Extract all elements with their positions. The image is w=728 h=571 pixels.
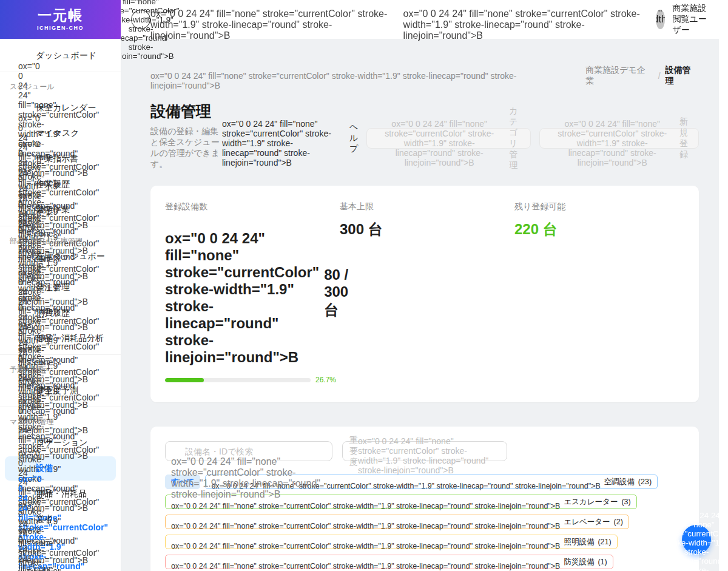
floating-help-button[interactable]: ox="0 0 24 24" fill="none" stroke="curre… xyxy=(682,525,711,554)
filter-chip-照明設備[interactable]: ox="0 0 24 24" fill="none" stroke="curre… xyxy=(165,535,618,549)
app-logo-subtitle: ICHIGEN-CHO xyxy=(37,25,84,31)
chip-count: (3) xyxy=(621,498,630,506)
breadcrumb-company[interactable]: 商業施設デモ企業 xyxy=(585,65,653,87)
sidebar-item-label: 保全カレンダー xyxy=(36,103,96,113)
importance-select-placeholder: 重要度 xyxy=(349,435,358,468)
check-square-icon: ox="0 0 24 24" fill="none" stroke="curre… xyxy=(18,129,29,139)
sidebar-item-label: 消費履歴 xyxy=(36,308,70,319)
grid-icon: ox="0 0 24 24" fill="none" stroke="curre… xyxy=(18,489,29,499)
sidebar: 一元帳 ICHIGEN-CHO ox="0 0 24 24" fill="non… xyxy=(0,0,121,571)
breadcrumb-separator: / xyxy=(658,71,661,81)
sidebar-section: ox="0 0 24 24" fill="none" stroke="curre… xyxy=(0,39,121,68)
stat-limit: 基本上限 300 台 xyxy=(340,201,514,384)
bulb-icon: ox="0 0 24 24" fill="none" stroke="curre… xyxy=(171,533,560,550)
clock-icon: ox="0 0 24 24" fill="none" stroke="curre… xyxy=(18,308,29,319)
user-icon: ox="0 0 24 24" fill="none" stroke="curre… xyxy=(656,10,665,29)
stat-registered-label: 登録設備数 xyxy=(165,201,340,212)
plus-icon: ox="0 0 24 24" fill="none" stroke="curre… xyxy=(550,109,675,167)
line-chart-icon: ox="0 0 24 24" fill="none" stroke="curre… xyxy=(18,334,29,344)
sidebar-item-label: 発注管理 xyxy=(36,282,70,293)
chip-count: (23) xyxy=(638,478,652,486)
app-logo: 一元帳 ICHIGEN-CHO xyxy=(0,0,121,39)
page-subtitle: 設備の登録・編集と保全スケジュールの管理ができます。 xyxy=(150,126,222,170)
topbar: ox="0 0 24 24" fill="none" stroke="curre… xyxy=(121,0,728,39)
elevator-icon: ox="0 0 24 24" fill="none" stroke="curre… xyxy=(171,513,560,530)
stat-remaining: 残り登録可能 220 台 xyxy=(514,201,684,384)
registered-progress-bar xyxy=(165,378,311,382)
registered-progress-label: 26.7% xyxy=(315,376,336,384)
bar-chart-icon: ox="0 0 24 24" fill="none" stroke="curre… xyxy=(18,257,29,268)
sidebar-item-ダッシュボード[interactable]: ox="0 0 24 24" fill="none" stroke="curre… xyxy=(5,44,116,68)
sidebar-item-label: 業者 xyxy=(36,514,53,525)
map-pin-icon: ox="0 0 24 24" fill="none" stroke="curre… xyxy=(18,438,29,448)
sidebar-item-label: マイタスク xyxy=(36,128,79,139)
user-name[interactable]: 商業施設閲覧ユーザー xyxy=(672,3,713,36)
main-content: ox="0 0 24 24" fill="none" stroke="curre… xyxy=(121,39,719,571)
stat-limit-value: 300 台 xyxy=(340,220,383,239)
page-scrollbar[interactable] xyxy=(719,39,728,571)
category-manage-button[interactable]: ox="0 0 24 24" fill="none" stroke="curre… xyxy=(366,128,531,149)
app-logo-title: 一元帳 xyxy=(38,8,83,23)
help-link[interactable]: ox="0 0 24 24" fill="none" stroke="curre… xyxy=(222,109,358,167)
users-icon: ox="0 0 24 24" fill="none" stroke="curre… xyxy=(18,515,29,525)
sidebar-item-label: ダッシュボード xyxy=(36,50,96,61)
breadcrumb-current: 設備管理 xyxy=(666,65,699,87)
sidebar-item-label: 作業指示書 xyxy=(36,154,78,164)
sidebar-section: 部品・消耗品在庫管理ox="0 0 24 24" fill="none" str… xyxy=(0,226,121,351)
notifications-bell-icon[interactable]: ox="0 0 24 24" fill="none" stroke="curre… xyxy=(150,0,390,41)
equipment-stats-card: 登録設備数 ox="0 0 24 24" fill="none" stroke=… xyxy=(150,186,699,402)
filter-chip-エレベーター[interactable]: ox="0 0 24 24" fill="none" stroke="curre… xyxy=(165,515,629,529)
clock-icon: ox="0 0 24 24" fill="none" stroke="curre… xyxy=(18,180,29,190)
sidebar-item-label: ロケーション xyxy=(36,438,88,448)
importance-select[interactable]: 重要度 ox="0 0 24 24" fill="none" stroke="c… xyxy=(342,441,507,461)
sidebar-collapse-button[interactable]: ox="0 0 24 24" fill="none" stroke="curre… xyxy=(131,10,150,29)
new-register-label: 新規登録 xyxy=(679,117,689,160)
sidebar-item-label: 健全度予測 xyxy=(36,385,78,396)
breadcrumb: ox="0 0 24 24" fill="none" stroke="curre… xyxy=(150,61,699,90)
sidebar-item-label: 在庫ダッシュボード xyxy=(36,251,111,273)
category-manage-label: カテゴリ管理 xyxy=(506,106,521,171)
help-link-label: ヘルプ xyxy=(349,122,358,155)
sidebar-item-label: 設備 xyxy=(36,463,53,474)
equipment-grid-icon: ox="0 0 24 24" fill="none" stroke="curre… xyxy=(165,220,319,366)
file-text-icon: ox="0 0 24 24" fill="none" stroke="curre… xyxy=(18,154,29,164)
chevron-down-icon: ox="0 0 24 24" fill="none" stroke="curre… xyxy=(358,428,500,475)
chip-count: (1) xyxy=(598,558,607,566)
sidebar-nav: ox="0 0 24 24" fill="none" stroke="curre… xyxy=(0,39,121,532)
stat-remaining-value: 220 台 xyxy=(514,220,558,239)
question-circle-icon: ox="0 0 24 24" fill="none" stroke="curre… xyxy=(222,109,346,167)
siren-icon: ox="0 0 24 24" fill="none" stroke="curre… xyxy=(18,205,29,215)
stat-limit-label: 基本上限 xyxy=(340,201,514,212)
sidebar-item-label: 部品・消耗品 xyxy=(36,488,87,499)
gear-icon: ox="0 0 24 24" fill="none" stroke="curre… xyxy=(377,109,502,167)
filter-card: ox="0 0 24 24" fill="none" stroke="curre… xyxy=(150,427,699,571)
filter-chip-防災設備[interactable]: ox="0 0 24 24" fill="none" stroke="curre… xyxy=(165,555,613,569)
bar-chart-icon: ox="0 0 24 24" fill="none" stroke="curre… xyxy=(18,386,29,396)
search-icon: ox="0 0 24 24" fill="none" stroke="curre… xyxy=(171,446,332,500)
question-circle-icon: ox="0 0 24 24" fill="none" stroke="curre… xyxy=(658,495,728,571)
sidebar-item-label: 緊急作業 xyxy=(36,204,70,215)
stat-registered: 登録設備数 ox="0 0 24 24" fill="none" stroke=… xyxy=(165,201,340,384)
company-building-icon: ox="0 0 24 24" fill="none" stroke="curre… xyxy=(150,61,582,90)
new-register-button[interactable]: ox="0 0 24 24" fill="none" stroke="curre… xyxy=(539,128,699,149)
page-title: 設備管理 xyxy=(150,101,222,121)
flame-icon: ox="0 0 24 24" fill="none" stroke="curre… xyxy=(171,553,560,570)
user-avatar[interactable]: ox="0 0 24 24" fill="none" stroke="curre… xyxy=(656,10,665,29)
help-icon[interactable]: ox="0 0 24 24" fill="none" stroke="curre… xyxy=(403,0,643,41)
stat-remaining-label: 残り登録可能 xyxy=(514,201,684,212)
chip-count: (2) xyxy=(614,518,623,526)
cart-icon: ox="0 0 24 24" fill="none" stroke="curre… xyxy=(18,283,29,293)
wrench-icon: ox="0 0 24 24" fill="none" stroke="curre… xyxy=(18,464,29,474)
home-icon: ox="0 0 24 24" fill="none" stroke="curre… xyxy=(18,51,29,61)
calendar-icon: ox="0 0 24 24" fill="none" stroke="curre… xyxy=(18,103,29,113)
chip-count: (21) xyxy=(598,538,611,546)
sidebar-item-label: 作業履歴 xyxy=(36,179,70,190)
sidebar-item-label: 部品・消耗品分析 xyxy=(36,333,104,344)
